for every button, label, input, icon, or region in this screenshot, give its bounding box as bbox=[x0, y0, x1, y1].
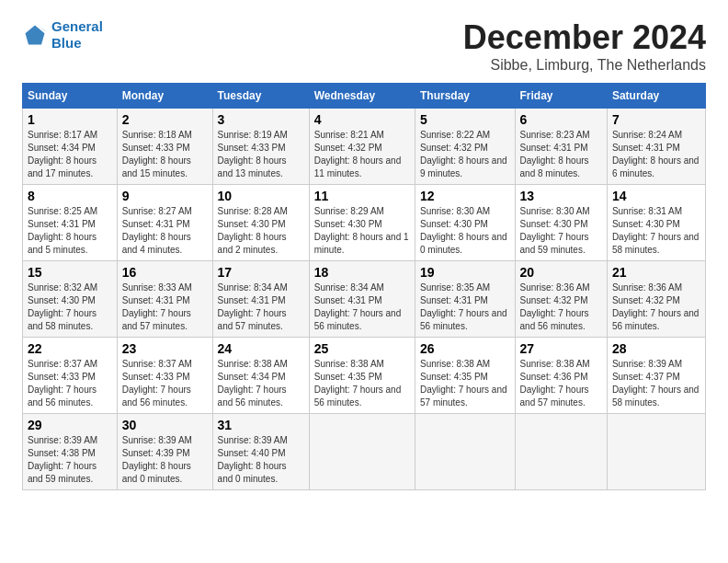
day-info: Sunrise: 8:30 AMSunset: 4:30 PMDaylight:… bbox=[520, 206, 590, 255]
day-info: Sunrise: 8:21 AMSunset: 4:32 PMDaylight:… bbox=[314, 130, 402, 178]
day-number: 31 bbox=[218, 418, 304, 432]
day-info: Sunrise: 8:25 AMSunset: 4:31 PMDaylight:… bbox=[28, 206, 97, 255]
calendar-cell: 28 Sunrise: 8:39 AMSunset: 4:37 PMDaylig… bbox=[607, 338, 705, 414]
calendar-cell: 27 Sunrise: 8:38 AMSunset: 4:36 PMDaylig… bbox=[515, 338, 607, 414]
day-info: Sunrise: 8:38 AMSunset: 4:35 PMDaylight:… bbox=[314, 359, 402, 408]
day-number: 20 bbox=[520, 265, 602, 280]
calendar-cell: 9 Sunrise: 8:27 AMSunset: 4:31 PMDayligh… bbox=[117, 185, 212, 261]
weekday-header-sunday: Sunday bbox=[23, 84, 118, 109]
svg-marker-0 bbox=[26, 26, 45, 45]
calendar-cell: 8 Sunrise: 8:25 AMSunset: 4:31 PMDayligh… bbox=[23, 185, 118, 261]
day-number: 2 bbox=[122, 112, 208, 127]
calendar-cell: 15 Sunrise: 8:32 AMSunset: 4:30 PMDaylig… bbox=[23, 261, 118, 338]
day-number: 28 bbox=[612, 341, 700, 356]
day-info: Sunrise: 8:29 AMSunset: 4:30 PMDaylight:… bbox=[314, 206, 409, 255]
calendar-cell: 17 Sunrise: 8:34 AMSunset: 4:31 PMDaylig… bbox=[212, 261, 309, 338]
day-number: 23 bbox=[122, 341, 208, 356]
page-subtitle: Sibbe, Limburg, The Netherlands bbox=[463, 57, 706, 74]
day-number: 8 bbox=[28, 189, 112, 203]
calendar-cell: 29 Sunrise: 8:39 AMSunset: 4:38 PMDaylig… bbox=[23, 414, 118, 490]
page-title: December 2024 bbox=[463, 18, 706, 57]
day-info: Sunrise: 8:39 AMSunset: 4:37 PMDaylight:… bbox=[612, 359, 700, 408]
calendar-cell: 14 Sunrise: 8:31 AMSunset: 4:30 PMDaylig… bbox=[607, 185, 705, 261]
day-info: Sunrise: 8:34 AMSunset: 4:31 PMDaylight:… bbox=[314, 282, 402, 331]
calendar-cell: 1 Sunrise: 8:17 AMSunset: 4:34 PMDayligh… bbox=[23, 109, 118, 185]
day-info: Sunrise: 8:17 AMSunset: 4:34 PMDaylight:… bbox=[28, 130, 97, 178]
day-info: Sunrise: 8:28 AMSunset: 4:30 PMDaylight:… bbox=[218, 206, 288, 255]
calendar-cell: 13 Sunrise: 8:30 AMSunset: 4:30 PMDaylig… bbox=[515, 185, 607, 261]
day-info: Sunrise: 8:37 AMSunset: 4:33 PMDaylight:… bbox=[122, 359, 192, 408]
day-info: Sunrise: 8:24 AMSunset: 4:31 PMDaylight:… bbox=[612, 130, 700, 178]
calendar-cell: 21 Sunrise: 8:36 AMSunset: 4:32 PMDaylig… bbox=[607, 261, 705, 338]
day-number: 9 bbox=[122, 189, 208, 203]
day-info: Sunrise: 8:35 AMSunset: 4:31 PMDaylight:… bbox=[420, 282, 507, 331]
calendar-cell: 26 Sunrise: 8:38 AMSunset: 4:35 PMDaylig… bbox=[415, 338, 516, 414]
calendar-cell: 2 Sunrise: 8:18 AMSunset: 4:33 PMDayligh… bbox=[117, 109, 212, 185]
calendar-cell: 16 Sunrise: 8:33 AMSunset: 4:31 PMDaylig… bbox=[117, 261, 212, 338]
day-number: 21 bbox=[612, 265, 700, 280]
calendar-week-row: 29 Sunrise: 8:39 AMSunset: 4:38 PMDaylig… bbox=[23, 414, 706, 490]
day-info: Sunrise: 8:36 AMSunset: 4:32 PMDaylight:… bbox=[520, 282, 590, 331]
day-info: Sunrise: 8:19 AMSunset: 4:33 PMDaylight:… bbox=[218, 130, 288, 178]
logo-line2: Blue bbox=[51, 35, 103, 52]
calendar-cell: 20 Sunrise: 8:36 AMSunset: 4:32 PMDaylig… bbox=[515, 261, 607, 338]
day-info: Sunrise: 8:36 AMSunset: 4:32 PMDaylight:… bbox=[612, 282, 700, 331]
calendar-cell: 6 Sunrise: 8:23 AMSunset: 4:31 PMDayligh… bbox=[515, 109, 607, 185]
day-number: 16 bbox=[122, 265, 208, 280]
weekday-header-friday: Friday bbox=[515, 84, 607, 109]
day-number: 6 bbox=[520, 112, 602, 127]
calendar-week-row: 1 Sunrise: 8:17 AMSunset: 4:34 PMDayligh… bbox=[23, 109, 706, 185]
day-number: 24 bbox=[218, 341, 304, 356]
day-number: 11 bbox=[314, 189, 410, 203]
day-info: Sunrise: 8:31 AMSunset: 4:30 PMDaylight:… bbox=[612, 206, 700, 255]
title-block: December 2024 Sibbe, Limburg, The Nether… bbox=[463, 18, 706, 74]
day-number: 12 bbox=[420, 189, 510, 203]
day-info: Sunrise: 8:38 AMSunset: 4:36 PMDaylight:… bbox=[520, 359, 590, 408]
calendar-cell: 25 Sunrise: 8:38 AMSunset: 4:35 PMDaylig… bbox=[309, 338, 415, 414]
calendar-cell: 4 Sunrise: 8:21 AMSunset: 4:32 PMDayligh… bbox=[309, 109, 415, 185]
day-number: 25 bbox=[314, 341, 410, 356]
day-number: 5 bbox=[420, 112, 510, 127]
weekday-header-saturday: Saturday bbox=[607, 84, 705, 109]
day-number: 15 bbox=[28, 265, 112, 280]
calendar-cell: 30 Sunrise: 8:39 AMSunset: 4:39 PMDaylig… bbox=[117, 414, 212, 490]
day-number: 4 bbox=[314, 112, 410, 127]
calendar-cell: 23 Sunrise: 8:37 AMSunset: 4:33 PMDaylig… bbox=[117, 338, 212, 414]
calendar-cell bbox=[515, 414, 607, 490]
day-info: Sunrise: 8:22 AMSunset: 4:32 PMDaylight:… bbox=[420, 130, 507, 178]
logo-line1: General bbox=[51, 18, 103, 35]
weekday-header-thursday: Thursday bbox=[415, 84, 516, 109]
day-info: Sunrise: 8:30 AMSunset: 4:30 PMDaylight:… bbox=[420, 206, 507, 255]
day-info: Sunrise: 8:27 AMSunset: 4:31 PMDaylight:… bbox=[122, 206, 192, 255]
day-info: Sunrise: 8:18 AMSunset: 4:33 PMDaylight:… bbox=[122, 130, 192, 178]
calendar-week-row: 22 Sunrise: 8:37 AMSunset: 4:33 PMDaylig… bbox=[23, 338, 706, 414]
logo-text: General Blue bbox=[51, 18, 103, 52]
day-number: 13 bbox=[520, 189, 602, 203]
calendar-cell bbox=[309, 414, 415, 490]
weekday-header-wednesday: Wednesday bbox=[309, 84, 415, 109]
header: General Blue December 2024 Sibbe, Limbur… bbox=[22, 18, 706, 74]
day-number: 17 bbox=[218, 265, 304, 280]
calendar-cell: 3 Sunrise: 8:19 AMSunset: 4:33 PMDayligh… bbox=[212, 109, 309, 185]
day-info: Sunrise: 8:39 AMSunset: 4:39 PMDaylight:… bbox=[122, 435, 192, 484]
weekday-header-tuesday: Tuesday bbox=[212, 84, 309, 109]
logo-icon bbox=[22, 22, 48, 48]
calendar-cell: 11 Sunrise: 8:29 AMSunset: 4:30 PMDaylig… bbox=[309, 185, 415, 261]
calendar-table: SundayMondayTuesdayWednesdayThursdayFrid… bbox=[22, 83, 706, 490]
day-number: 29 bbox=[28, 418, 112, 432]
calendar-cell: 31 Sunrise: 8:39 AMSunset: 4:40 PMDaylig… bbox=[212, 414, 309, 490]
calendar-cell: 24 Sunrise: 8:38 AMSunset: 4:34 PMDaylig… bbox=[212, 338, 309, 414]
calendar-cell: 18 Sunrise: 8:34 AMSunset: 4:31 PMDaylig… bbox=[309, 261, 415, 338]
day-info: Sunrise: 8:34 AMSunset: 4:31 PMDaylight:… bbox=[218, 282, 288, 331]
day-number: 27 bbox=[520, 341, 602, 356]
day-number: 14 bbox=[612, 189, 700, 203]
calendar-cell: 12 Sunrise: 8:30 AMSunset: 4:30 PMDaylig… bbox=[415, 185, 516, 261]
day-number: 18 bbox=[314, 265, 410, 280]
day-number: 10 bbox=[218, 189, 304, 203]
day-number: 7 bbox=[612, 112, 700, 127]
weekday-header-monday: Monday bbox=[117, 84, 212, 109]
day-info: Sunrise: 8:33 AMSunset: 4:31 PMDaylight:… bbox=[122, 282, 192, 331]
day-number: 22 bbox=[28, 341, 112, 356]
day-info: Sunrise: 8:23 AMSunset: 4:31 PMDaylight:… bbox=[520, 130, 590, 178]
calendar-cell: 19 Sunrise: 8:35 AMSunset: 4:31 PMDaylig… bbox=[415, 261, 516, 338]
